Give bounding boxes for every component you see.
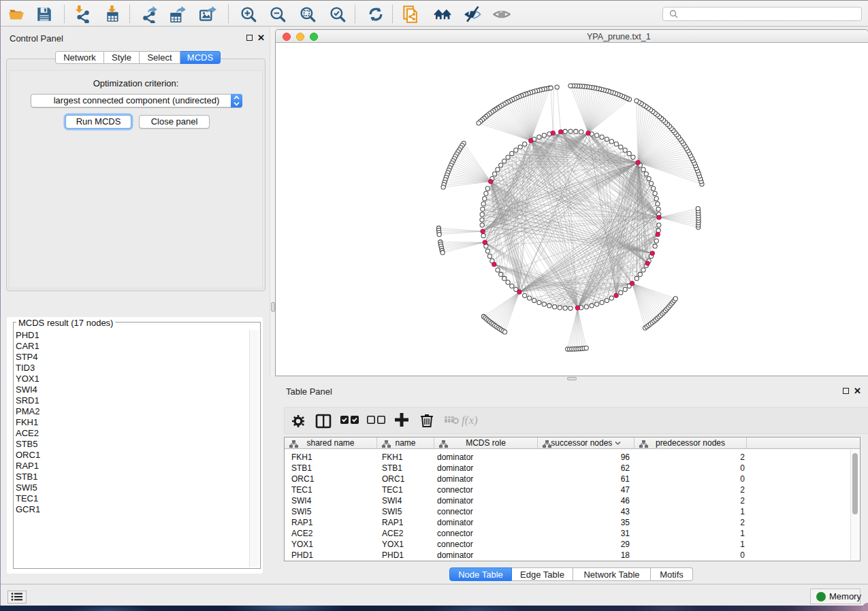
svg-text:f(x): f(x)	[462, 414, 478, 427]
